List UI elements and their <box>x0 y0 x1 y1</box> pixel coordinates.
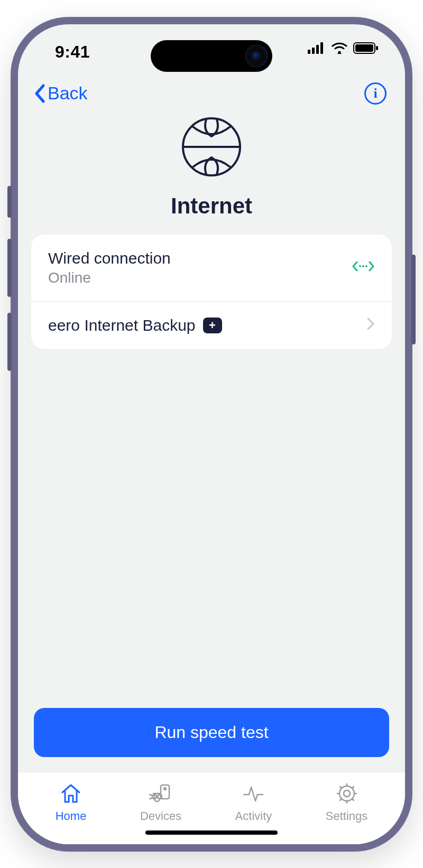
svg-rect-7 <box>376 46 378 50</box>
settings-icon <box>335 782 358 805</box>
status-icons <box>308 42 379 54</box>
power-button <box>411 255 416 344</box>
wired-status: Online <box>48 269 171 286</box>
plus-badge-icon: + <box>203 318 222 333</box>
tab-home-label: Home <box>56 809 87 823</box>
page-title: Internet <box>171 193 252 219</box>
volume-down-button <box>7 313 12 371</box>
svg-rect-6 <box>355 44 373 52</box>
activity-icon <box>242 782 265 805</box>
volume-up-button <box>7 239 12 297</box>
info-icon: i <box>373 86 377 101</box>
run-speed-test-button[interactable]: Run speed test <box>34 708 389 757</box>
back-button[interactable]: Back <box>34 83 88 104</box>
back-label: Back <box>48 83 88 104</box>
status-time: 9:41 <box>55 42 90 62</box>
svg-point-4 <box>338 51 341 53</box>
svg-rect-3 <box>320 42 323 54</box>
tab-devices[interactable]: Devices <box>140 782 181 823</box>
dynamic-island <box>151 40 272 72</box>
home-icon <box>59 782 82 805</box>
svg-rect-0 <box>308 50 310 54</box>
battery-icon <box>353 42 379 54</box>
svg-rect-1 <box>312 48 315 54</box>
cellular-icon <box>308 42 326 54</box>
svg-point-10 <box>359 265 361 267</box>
tab-home[interactable]: Home <box>56 782 87 823</box>
wifi-icon <box>331 42 348 54</box>
wired-title: Wired connection <box>48 249 171 267</box>
tab-settings[interactable]: Settings <box>326 782 368 823</box>
tab-activity[interactable]: Activity <box>235 782 272 823</box>
info-button[interactable]: i <box>364 82 387 105</box>
phone-frame: 9:41 Back i <box>11 17 412 852</box>
home-indicator[interactable] <box>145 830 278 835</box>
front-camera-icon <box>245 44 268 68</box>
svg-point-16 <box>158 795 162 799</box>
wired-connection-row[interactable]: Wired connection Online <box>31 235 392 301</box>
connection-active-icon <box>352 259 375 276</box>
tab-activity-label: Activity <box>235 809 272 823</box>
svg-point-18 <box>339 786 354 801</box>
svg-point-17 <box>344 790 350 797</box>
side-button <box>7 186 12 218</box>
nav-bar: Back i <box>18 82 405 110</box>
svg-point-12 <box>365 265 367 267</box>
backup-title: eero Internet Backup <box>48 316 196 334</box>
devices-icon <box>149 782 172 805</box>
globe-icon <box>177 115 246 179</box>
page-hero: Internet <box>18 115 405 219</box>
connection-list: Wired connection Online eero Internet Ba… <box>31 235 392 349</box>
svg-point-14 <box>164 788 166 790</box>
screen: 9:41 Back i <box>18 24 405 844</box>
tab-devices-label: Devices <box>140 809 181 823</box>
tab-settings-label: Settings <box>326 809 368 823</box>
chevron-left-icon <box>34 84 45 103</box>
internet-backup-row[interactable]: eero Internet Backup + <box>31 301 392 349</box>
chevron-right-icon <box>366 316 375 334</box>
svg-point-11 <box>362 265 364 267</box>
svg-rect-2 <box>316 45 319 54</box>
